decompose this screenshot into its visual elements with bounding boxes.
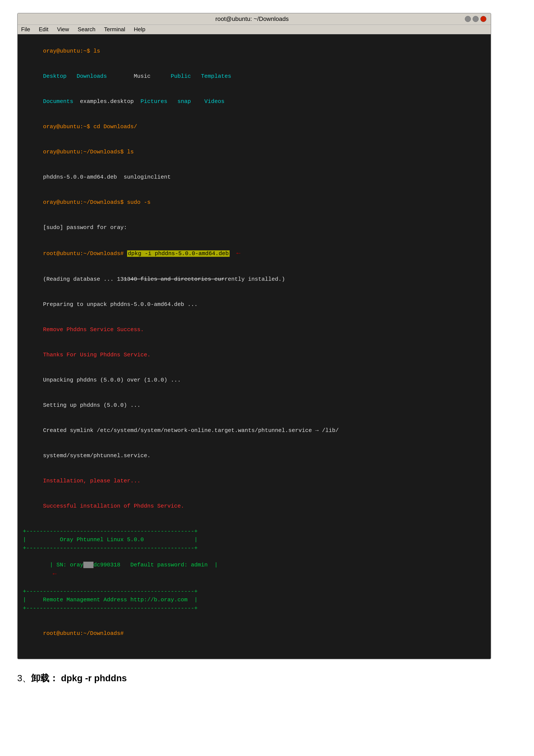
box-sn-text: | SN: oray [50, 562, 83, 568]
ls-snap: snap [177, 98, 204, 105]
box-bottom: +---------------------------------------… [23, 604, 218, 612]
ls-templates: Templates [201, 73, 231, 79]
ls-public: Public [171, 73, 201, 79]
menu-edit[interactable]: Edit [39, 26, 48, 33]
ls-examples: examples.desktop [80, 98, 141, 105]
symlink: Created symlink /etc/systemd/system/netw… [43, 427, 339, 434]
maximize-button[interactable] [473, 16, 479, 22]
ls-documents: Documents [43, 98, 80, 105]
close-button[interactable] [480, 16, 486, 22]
line-extra [23, 646, 486, 655]
line-10: (Reading database ... 131340 files and d… [23, 267, 486, 292]
line-8: [sudo] password for oray: [23, 215, 486, 240]
menu-help[interactable]: Help [134, 26, 145, 33]
line-12: Remove Phddns Service Success. [23, 317, 486, 342]
line-19: Successful installation of Phddns Servic… [23, 494, 486, 519]
line-18: Installation, please later... [23, 468, 486, 494]
caption-text: 3、卸载： dpkg -r phddns [17, 673, 127, 683]
caption-label: 卸载： [31, 673, 58, 683]
line-2: Desktop Downloads Music Public Templates [23, 64, 486, 89]
sn-redacted: ███ [83, 562, 93, 568]
root-prompt: root@ubuntu:~/Downloads# [43, 250, 127, 257]
prompt-2: oray@ubuntu:~$ cd Downloads/ [43, 123, 137, 130]
symlink-2: systemd/system/phtunnel.service. [43, 452, 150, 459]
unpacking: Unpacking phddns (5.0.0) over (1.0.0) ..… [43, 377, 181, 383]
info-box-container: +---------------------------------------… [23, 527, 218, 612]
box-divider-1: +---------------------------------------… [23, 544, 218, 553]
titlebar: root@ubuntu: ~/Downloads [18, 14, 491, 25]
menubar: File Edit View Search Terminal Help [18, 25, 491, 34]
menu-file[interactable]: File [21, 26, 30, 33]
ls-desktop: Desktop [43, 73, 77, 79]
terminal-window: root@ubuntu: ~/Downloads File Edit View … [17, 13, 491, 659]
arrow-1: ← [233, 250, 240, 257]
caption-section: 3、卸载： dpkg -r phddns [17, 672, 517, 684]
prompt-1: oray@ubuntu:~$ ls [43, 48, 100, 54]
line-4: oray@ubuntu:~$ cd Downloads/ [23, 114, 486, 139]
box-title-line: | Oray Phtunnel Linux 5.0.0 | [23, 536, 218, 544]
dpkg-cmd: dpkg -i phddns-5.0.0-amd64.deb [127, 250, 229, 257]
line-blank-2 [23, 612, 486, 621]
menu-search[interactable]: Search [78, 26, 95, 33]
box-sn-line: | SN: oray███dc990318 Default password: … [23, 553, 218, 587]
line-14: Unpacking phddns (5.0.0) over (1.0.0) ..… [23, 367, 486, 393]
remove-success: Remove Phddns Service Success. [43, 326, 144, 333]
line-5: oray@ubuntu:~/Downloads$ ls [23, 139, 486, 165]
line-9: root@ubuntu:~/Downloads# dpkg -i phddns-… [23, 240, 486, 267]
line-15: Setting up phddns (5.0.0) ... [23, 393, 486, 418]
setting-up: Setting up phddns (5.0.0) ... [43, 402, 141, 409]
line-blank [23, 519, 486, 527]
line-3: Documents examples.desktop Pictures snap… [23, 89, 486, 114]
ls-downloads: Downloads [77, 73, 134, 79]
reading-db: (Reading database ... 131340 files and d… [43, 276, 285, 283]
line-1: oray@ubuntu:~$ ls [23, 39, 486, 64]
line-11: Preparing to unpack phddns-5.0.0-amd64.d… [23, 292, 486, 317]
box-divider-2: +---------------------------------------… [23, 587, 218, 596]
final-prompt: root@ubuntu:~/Downloads# [43, 630, 124, 637]
line-6: phddns-5.0.0-amd64.deb sunloginclient [23, 165, 486, 190]
prompt-4: oray@ubuntu:~/Downloads$ sudo -s [43, 199, 150, 205]
menu-view[interactable]: View [57, 26, 69, 33]
box-top: +---------------------------------------… [23, 527, 218, 536]
caption-command: dpkg -r phddns [58, 673, 127, 683]
line-16: Created symlink /etc/systemd/system/netw… [23, 418, 486, 443]
line-7: oray@ubuntu:~/Downloads$ sudo -s [23, 190, 486, 215]
arrow-2: ← [53, 570, 57, 578]
install-success: Successful installation of Phddns Servic… [43, 503, 184, 509]
ls-videos: Videos [204, 98, 225, 105]
terminal-body: oray@ubuntu:~$ ls Desktop Downloads Musi… [18, 34, 491, 659]
terminal-title: root@ubuntu: ~/Downloads [39, 15, 465, 22]
prompt-3: oray@ubuntu:~/Downloads$ ls [43, 148, 134, 155]
final-prompt-line: root@ubuntu:~/Downloads# [23, 621, 486, 646]
box-remote-line: | Remote Management Address http://b.ora… [23, 596, 218, 604]
ls-deb: phddns-5.0.0-amd64.deb [43, 174, 124, 180]
box-sn-rest: dc990318 Default password: admin | [93, 562, 218, 568]
menu-terminal[interactable]: Terminal [104, 26, 125, 33]
install-later: Installation, please later... [43, 478, 141, 484]
window-controls[interactable] [465, 16, 486, 22]
caption-number: 3、 [17, 673, 31, 683]
line-17: systemd/system/phtunnel.service. [23, 443, 486, 468]
sudo-pass: [sudo] password for oray: [43, 224, 127, 231]
ls-sunlogin: sunloginclient [124, 174, 171, 180]
thanks-service: Thanks For Using Phddns Service. [43, 352, 150, 358]
minimize-button[interactable] [465, 16, 471, 22]
line-13: Thanks For Using Phddns Service. [23, 342, 486, 367]
ls-pictures: Pictures [141, 98, 177, 105]
ls-music: Music [134, 73, 171, 79]
preparing: Preparing to unpack phddns-5.0.0-amd64.d… [43, 301, 198, 308]
